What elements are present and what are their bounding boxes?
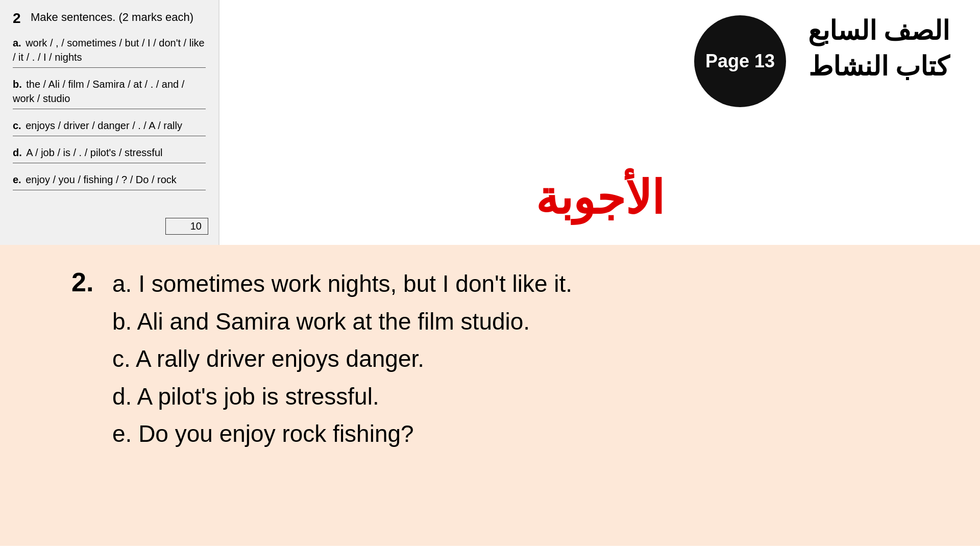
- page-badge: Page 13: [694, 15, 786, 107]
- arabic-title-sub: كتاب النشاط: [808, 51, 949, 82]
- list-item: e. enjoy / you / fishing / ? / Do / rock: [13, 172, 206, 190]
- item-line-d: [13, 163, 206, 163]
- answers-section: 2. a. I sometimes work nights, but I don…: [0, 245, 980, 546]
- arabic-answers: الأجوبة: [535, 171, 664, 224]
- item-label-e: e.: [13, 174, 21, 185]
- item-label-d: d.: [13, 147, 22, 158]
- arabic-title-main: الصف السابع: [808, 15, 949, 46]
- item-line-a: [13, 67, 206, 68]
- score-box: 10: [165, 218, 208, 235]
- arabic-answers-text: الأجوبة: [535, 172, 664, 223]
- item-line-e: [13, 190, 206, 190]
- item-label-c: c.: [13, 120, 21, 131]
- list-item: b. the / Ali / film / Samira / at / . / …: [13, 77, 206, 109]
- answers-list: a. I sometimes work nights, but I don't …: [112, 265, 572, 453]
- item-line-b: [13, 109, 206, 109]
- question-number: 2: [13, 10, 26, 27]
- list-item: c. enjoys / driver / danger / . / A / ra…: [13, 118, 206, 136]
- question-panel: 2 Make sentences. (2 marks each) a. work…: [0, 0, 219, 245]
- list-item: a. work / , / sometimes / but / I / don'…: [13, 36, 206, 68]
- item-text-d: A / job / is / . / pilot's / stressful: [26, 147, 162, 158]
- item-text-b: the / Ali / film / Samira / at / . / and…: [13, 79, 184, 104]
- right-panel: Page 13 الصف السابع كتاب النشاط الأجوبة: [219, 0, 980, 245]
- answer-item-d: d. A pilot's job is stressful.: [112, 378, 572, 416]
- item-line-c: [13, 136, 206, 136]
- answer-item-c: c. A rally driver enjoys danger.: [112, 340, 572, 378]
- answer-item-a: a. I sometimes work nights, but I don't …: [112, 265, 572, 303]
- item-label-a: a.: [13, 37, 21, 48]
- question-title: Make sentences. (2 marks each): [31, 10, 193, 25]
- question-items: a. work / , / sometimes / but / I / don'…: [13, 36, 206, 190]
- answers-block: 2. a. I sometimes work nights, but I don…: [71, 265, 939, 453]
- item-text-a: work / , / sometimes / but / I / don't /…: [13, 37, 205, 63]
- answers-number: 2.: [71, 265, 97, 453]
- list-item: d. A / job / is / . / pilot's / stressfu…: [13, 145, 206, 163]
- score-value: 10: [190, 220, 202, 232]
- item-text-e: enjoy / you / fishing / ? / Do / rock: [26, 174, 177, 185]
- page-badge-text: Page 13: [705, 51, 775, 72]
- answer-item-e: e. Do you enjoy rock fishing?: [112, 415, 572, 453]
- item-label-b: b.: [13, 79, 22, 90]
- arabic-titles: الصف السابع كتاب النشاط: [808, 15, 949, 82]
- question-header: 2 Make sentences. (2 marks each): [13, 10, 206, 27]
- answer-item-b: b. Ali and Samira work at the film studi…: [112, 303, 572, 341]
- item-text-c: enjoys / driver / danger / . / A / rally: [26, 120, 182, 131]
